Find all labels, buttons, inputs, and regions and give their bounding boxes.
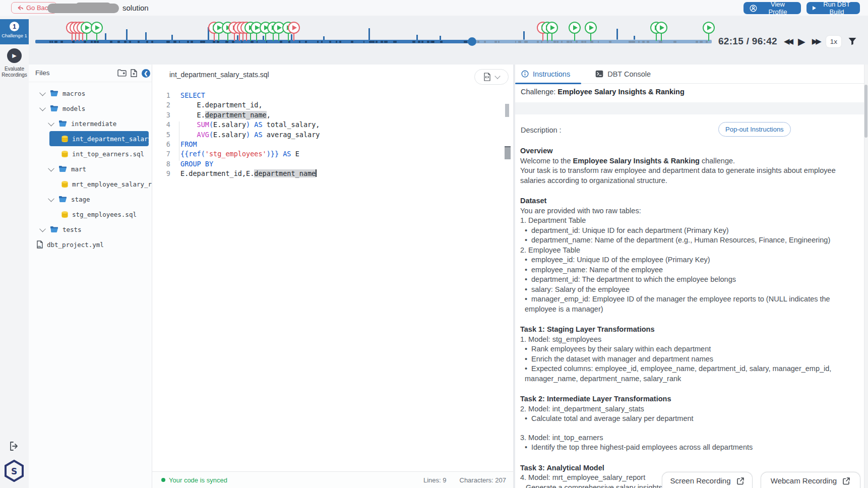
code-text: SELECT bbox=[180, 91, 205, 99]
line-number: 9 bbox=[152, 169, 170, 178]
timeline-controls: 62:15 / 96:42 ◀◀ ▶ ▶▶ 1x bbox=[718, 34, 857, 49]
tree-item-int_top_earners.sql[interactable]: int_top_earners.sql bbox=[29, 146, 152, 161]
marker-play-icon bbox=[85, 25, 90, 30]
fast-forward-button[interactable]: ▶▶ bbox=[812, 37, 820, 46]
code-token: AVG bbox=[197, 131, 209, 139]
section-separator bbox=[515, 102, 868, 114]
code-line-2[interactable]: 2 E.department_id, bbox=[152, 100, 513, 110]
collapse-files-panel-button[interactable]: ❮ bbox=[142, 69, 150, 78]
code-line-8[interactable]: 8GROUP BY bbox=[152, 159, 513, 169]
code-line-5[interactable]: 5 AVG(E.salary) AS averag_salary bbox=[152, 130, 513, 140]
playback-speed-button[interactable]: 1x bbox=[826, 36, 841, 47]
code-line-7[interactable]: 7{{ref('stg_employees')}} AS E bbox=[152, 149, 513, 159]
bullet-glyph: • bbox=[525, 443, 531, 453]
code-line-3[interactable]: 3 E.department_name, bbox=[152, 110, 513, 120]
instructions-scrollbar-thumb[interactable] bbox=[864, 85, 867, 138]
tree-item-int_department_salary_[interactable]: int_department_salary_… bbox=[49, 131, 149, 146]
bullet-glyph: • bbox=[525, 226, 531, 236]
view-profile-label: View Profile bbox=[761, 1, 795, 16]
timeline-activity-spike bbox=[145, 32, 147, 40]
new-file-icon[interactable] bbox=[130, 69, 138, 77]
chevron-down-icon[interactable] bbox=[48, 119, 54, 126]
evaluate-recordings-button[interactable]: ▶ bbox=[7, 48, 22, 63]
bullet-glyph: • bbox=[525, 285, 531, 295]
page-title: solution bbox=[122, 4, 149, 12]
screen-recording-button[interactable]: Screen Recording bbox=[662, 472, 753, 488]
chevron-down-icon[interactable] bbox=[39, 89, 46, 96]
timeline-unplayed-overlay bbox=[472, 39, 712, 44]
left-rail: 1 Challenge 1 ▶ Evaluate Recordings S bbox=[0, 16, 29, 488]
tree-item-models[interactable]: models bbox=[29, 101, 152, 116]
marker-stem bbox=[96, 33, 97, 41]
code-line-4[interactable]: 4 SUM(E.salary) AS total_salary, bbox=[152, 120, 513, 130]
files-panel-title: Files bbox=[35, 69, 50, 77]
timeline-activity-dash bbox=[217, 41, 219, 43]
svg-text:YML: YML bbox=[37, 246, 42, 248]
run-dbt-build-button[interactable]: Run DBT Build bbox=[807, 2, 860, 14]
timeline-activity-dash bbox=[129, 41, 132, 43]
tree-item-stg_employees.sql[interactable]: stg_employees.sql bbox=[29, 207, 152, 222]
code-token bbox=[180, 131, 197, 139]
bullet-glyph: • bbox=[525, 235, 531, 246]
timeline-activity-dash bbox=[60, 41, 63, 43]
instruction-paragraph: 1. Model: stg_employees bbox=[520, 335, 853, 345]
line-number: 4 bbox=[152, 120, 170, 130]
tree-item-mart[interactable]: mart bbox=[29, 161, 152, 176]
instructions-tab-bar: Instructions DBT Console bbox=[515, 65, 868, 84]
preview-options-button[interactable] bbox=[474, 69, 509, 85]
tree-item-label: int_department_salary_… bbox=[72, 135, 149, 143]
tree-item-label: int_top_earners.sql bbox=[72, 150, 144, 158]
marker-stem bbox=[250, 33, 251, 41]
marker-stem bbox=[288, 33, 289, 41]
code-text: E.department_name, bbox=[180, 111, 271, 119]
rewind-button[interactable]: ◀◀ bbox=[784, 37, 791, 46]
tree-item-dbt_project.yml[interactable]: YMLdbt_project.yml bbox=[29, 237, 152, 252]
instruction-bullet: •Expected columns: employee_id, employee… bbox=[525, 364, 853, 384]
tree-item-macros[interactable]: macros bbox=[29, 86, 152, 101]
code-token bbox=[180, 120, 197, 129]
description-label: Description : bbox=[521, 126, 562, 134]
webcam-recording-button[interactable]: Webcam Recording bbox=[761, 472, 860, 488]
webcam-recording-label: Webcam Recording bbox=[771, 476, 837, 485]
timeline-strip[interactable]: 62:15 / 96:42 ◀◀ ▶ ▶▶ 1x bbox=[29, 16, 868, 65]
marker-circle bbox=[546, 22, 558, 34]
marker-play-icon bbox=[660, 25, 664, 30]
timeline-activity-dash bbox=[381, 41, 383, 43]
db-icon bbox=[61, 211, 69, 218]
marker-play-icon bbox=[255, 25, 260, 30]
tree-item-intermediate[interactable]: intermediate bbox=[29, 116, 152, 131]
marker-stem bbox=[79, 33, 80, 41]
popout-instructions-button[interactable]: Pop-out Instructions bbox=[718, 122, 791, 137]
code-line-6[interactable]: 6FROM bbox=[152, 140, 513, 149]
highlighted-occurrence: department_name bbox=[254, 169, 316, 177]
tab-instructions[interactable]: Instructions bbox=[515, 65, 581, 83]
folder-icon bbox=[58, 165, 68, 172]
play-button[interactable]: ▶ bbox=[798, 36, 805, 47]
tree-item-tests[interactable]: tests bbox=[29, 222, 152, 237]
editor-scrollbar-thumb[interactable] bbox=[505, 104, 509, 117]
instruction-bullet: •department_id: Unique ID for each depar… bbox=[525, 226, 853, 236]
view-profile-button[interactable]: View Profile bbox=[743, 2, 801, 14]
open-file-name: int_department_salary_stats.sql bbox=[169, 71, 269, 79]
timeline-playhead[interactable] bbox=[468, 37, 476, 46]
chevron-down-icon[interactable] bbox=[39, 225, 46, 232]
chevron-down-icon[interactable] bbox=[48, 165, 54, 171]
timeline-activity-dash bbox=[117, 41, 120, 43]
filter-markers-icon[interactable] bbox=[848, 37, 857, 46]
new-folder-icon[interactable] bbox=[117, 69, 127, 77]
marker-circle bbox=[569, 22, 581, 34]
chevron-down-icon[interactable] bbox=[48, 195, 54, 202]
editor-scrollbar-marker[interactable] bbox=[505, 146, 511, 159]
tab-dbt-console[interactable]: DBT Console bbox=[589, 65, 662, 83]
tree-item-mrt_employee_salary_re[interactable]: mrt_employee_salary_re… bbox=[29, 176, 152, 192]
line-number: 8 bbox=[152, 159, 170, 169]
logout-icon[interactable] bbox=[9, 441, 20, 452]
chevron-down-icon[interactable] bbox=[39, 104, 46, 111]
challenge-1-tile[interactable]: 1 Challenge 1 bbox=[0, 19, 29, 44]
code-area[interactable]: 1SELECT2 E.department_id,3 E.department_… bbox=[152, 86, 513, 179]
code-line-1[interactable]: 1SELECT bbox=[152, 91, 513, 100]
code-line-9[interactable]: 9E.department_id,E.department_name bbox=[152, 169, 513, 178]
tree-item-stage[interactable]: stage bbox=[29, 192, 152, 207]
timeline-activity-dash bbox=[432, 41, 435, 43]
tree-item-label: mart bbox=[71, 165, 86, 173]
